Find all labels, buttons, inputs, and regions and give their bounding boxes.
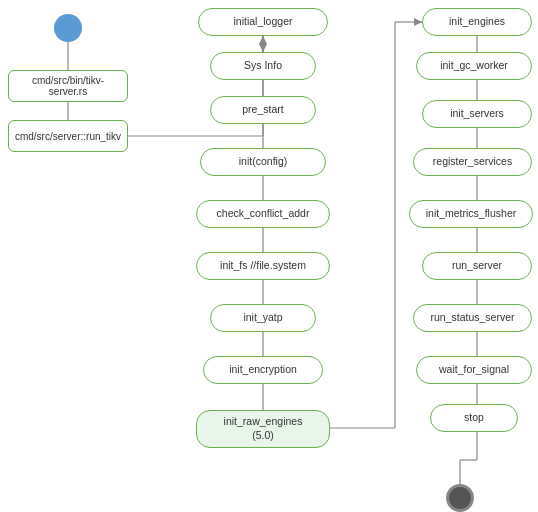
register-services-node: register_services [413, 148, 532, 176]
init-servers-label: init_servers [450, 107, 504, 121]
check-conflict-label: check_conflict_addr [217, 207, 310, 221]
run-status-server-label: run_status_server [430, 311, 514, 325]
run-server-label: run_server [452, 259, 502, 273]
init-raw-engines-node: init_raw_engines (5.0) [196, 410, 330, 448]
run-tikv-node: cmd/src/server::run_tikv [8, 120, 128, 152]
run-status-server-node: run_status_server [413, 304, 532, 332]
init-encryption-node: init_encryption [203, 356, 323, 384]
tikv-server-label: cmd/src/bin/tikv-server.rs [15, 75, 121, 97]
init-servers-node: init_servers [422, 100, 532, 128]
init-engines-label: init_engines [449, 15, 505, 29]
init-raw-engines-label: init_raw_engines (5.0) [224, 415, 303, 442]
initial-logger-label: initial_logger [234, 15, 293, 29]
check-conflict-addr-node: check_conflict_addr [196, 200, 330, 228]
stop-label: stop [464, 411, 484, 425]
init-gc-worker-node: init_gc_worker [416, 52, 532, 80]
svg-marker-19 [414, 18, 422, 26]
run-server-node: run_server [422, 252, 532, 280]
init-config-node: init(config) [200, 148, 326, 176]
wait-for-signal-node: wait_for_signal [416, 356, 532, 384]
end-circle [446, 484, 474, 512]
init-engines-node: init_engines [422, 8, 532, 36]
init-config-label: init(config) [239, 155, 287, 169]
register-services-label: register_services [433, 155, 512, 169]
init-yatp-label: init_yatp [243, 311, 282, 325]
run-tikv-label: cmd/src/server::run_tikv [15, 131, 121, 142]
init-fs-node: init_fs //file.system [196, 252, 330, 280]
init-yatp-node: init_yatp [210, 304, 316, 332]
wait-for-signal-label: wait_for_signal [439, 363, 509, 377]
init-fs-label: init_fs //file.system [220, 259, 306, 273]
pre-start-node: pre_start [210, 96, 316, 124]
initial-logger-node: initial_logger [198, 8, 328, 36]
init-metrics-flusher-label: init_metrics_flusher [426, 207, 516, 221]
sys-info-node: Sys Info [210, 52, 316, 80]
stop-node: stop [430, 404, 518, 432]
start-circle [54, 14, 82, 42]
tikv-server-node: cmd/src/bin/tikv-server.rs [8, 70, 128, 102]
init-metrics-flusher-node: init_metrics_flusher [409, 200, 533, 228]
init-encryption-label: init_encryption [229, 363, 297, 377]
pre-start-label: pre_start [242, 103, 283, 117]
sys-info-label: Sys Info [244, 59, 282, 73]
init-gc-worker-label: init_gc_worker [440, 59, 508, 73]
